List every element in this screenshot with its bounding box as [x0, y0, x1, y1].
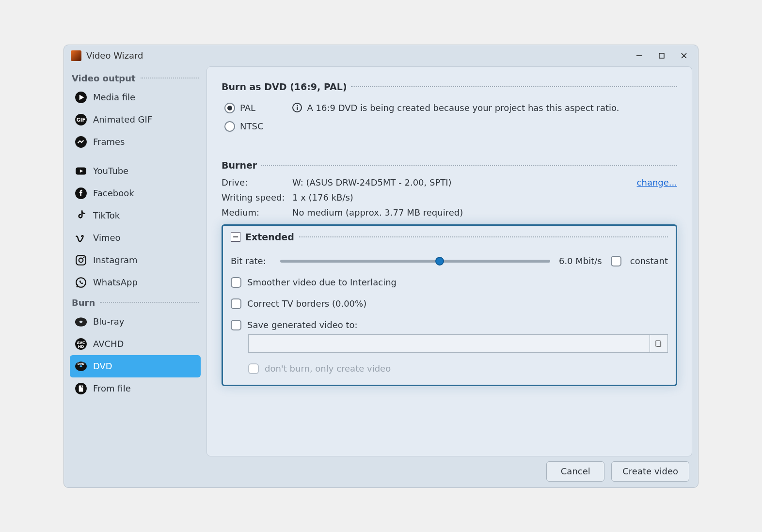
youtube-icon: [75, 165, 87, 177]
save-to-option[interactable]: Save generated video to:: [231, 320, 668, 330]
svg-rect-0: [659, 53, 664, 58]
sidebar-item-avchd[interactable]: AVCHD AVCHD: [70, 333, 201, 355]
bitrate-slider[interactable]: [280, 260, 550, 263]
drive-value: W: (ASUS DRW-24D5MT - 2.00, SPTI): [292, 177, 634, 188]
extended-panel: − Extended Bit rate: 6.0 Mbit/s constant…: [222, 224, 677, 386]
from-file-icon: [75, 382, 87, 395]
tv-borders-option[interactable]: Correct TV borders (0.00%): [231, 298, 668, 309]
sidebar-item-label: Instagram: [93, 255, 138, 265]
section-burn-as: Burn as DVD (16:9, PAL): [222, 81, 677, 92]
facebook-icon: [75, 187, 87, 200]
bitrate-value: 6.0 Mbit/s: [559, 256, 602, 266]
close-button[interactable]: [673, 48, 695, 63]
sidebar-item-vimeo[interactable]: Vimeo: [70, 227, 201, 249]
sidebar-group-output: Video output: [70, 69, 201, 86]
sidebar-item-label: Blu-ray: [93, 316, 124, 327]
sidebar-item-youtube[interactable]: YouTube: [70, 160, 201, 182]
sidebar-group-burn: Burn: [70, 294, 201, 311]
no-burn-option: don't burn, only create video: [248, 363, 668, 374]
sidebar-item-tiktok[interactable]: TikTok: [70, 204, 201, 227]
frames-icon: [75, 136, 87, 148]
sidebar-item-instagram[interactable]: Instagram: [70, 249, 201, 271]
checkbox-icon: [231, 320, 241, 330]
constant-label: constant: [630, 256, 668, 266]
folder-icon: [654, 339, 663, 348]
bluray-icon: [75, 315, 87, 328]
interlacing-option[interactable]: Smoother video due to Interlacing: [231, 277, 668, 288]
svg-text:HD: HD: [78, 344, 84, 348]
collapse-icon[interactable]: −: [231, 232, 240, 242]
cancel-button[interactable]: Cancel: [546, 461, 604, 482]
checkbox-icon: [231, 277, 241, 288]
svg-point-10: [79, 258, 83, 262]
avchd-icon: AVCHD: [75, 338, 87, 350]
drive-label: Drive:: [222, 177, 289, 188]
info-icon: i: [292, 103, 302, 112]
speed-value: 1 x (176 kB/s): [292, 192, 634, 203]
create-video-button[interactable]: Create video: [611, 461, 689, 482]
sidebar-item-animated-gif[interactable]: GIF Animated GIF: [70, 109, 201, 131]
sidebar-item-label: YouTube: [93, 166, 128, 176]
tiktok-icon: [75, 209, 87, 222]
change-drive-link[interactable]: change...: [637, 177, 677, 188]
save-path-input[interactable]: [248, 334, 650, 353]
instagram-icon: [75, 254, 87, 266]
constant-checkbox[interactable]: [611, 256, 621, 266]
checkbox-icon: [248, 363, 259, 374]
medium-label: Medium:: [222, 207, 289, 218]
radio-pal[interactable]: PAL: [224, 103, 263, 113]
svg-point-20: [79, 365, 82, 367]
main-panel: Burn as DVD (16:9, PAL) PAL NTSC i A 16:…: [206, 66, 692, 456]
sidebar-item-label: WhatsApp: [93, 277, 138, 287]
slider-thumb-icon[interactable]: [435, 257, 444, 266]
app-icon: [71, 50, 81, 61]
section-burner: Burner: [222, 160, 677, 171]
play-icon: [75, 91, 87, 104]
sidebar-item-whatsapp[interactable]: WhatsApp: [70, 271, 201, 294]
whatsapp-icon: [75, 276, 87, 289]
sidebar-item-media-file[interactable]: Media file: [70, 86, 201, 109]
sidebar-item-facebook[interactable]: Facebook: [70, 182, 201, 204]
svg-text:GIF: GIF: [77, 117, 85, 123]
svg-rect-24: [656, 341, 660, 346]
window-title: Video Wizard: [86, 50, 143, 61]
footer: Cancel Create video: [206, 456, 692, 482]
sidebar-item-frames[interactable]: Frames: [70, 131, 201, 153]
sidebar-item-label: From file: [93, 383, 131, 393]
sidebar-item-label: TikTok: [93, 210, 120, 220]
svg-point-11: [83, 256, 85, 258]
sidebar: Video output Media file GIF Animated GIF…: [70, 66, 201, 482]
window: Video Wizard Video output Media file GIF…: [64, 45, 698, 488]
vimeo-icon: [75, 232, 87, 244]
radio-icon: [224, 121, 235, 132]
sidebar-item-label: AVCHD: [93, 339, 124, 349]
sidebar-item-label: Frames: [93, 137, 125, 147]
browse-button[interactable]: [650, 334, 668, 353]
minimize-button[interactable]: [628, 48, 651, 63]
extended-heading: Extended: [245, 232, 294, 242]
svg-text:DVD: DVD: [78, 361, 85, 365]
sidebar-item-label: Facebook: [93, 188, 134, 198]
sidebar-item-label: DVD: [93, 361, 112, 371]
sidebar-item-dvd[interactable]: DVD DVD: [70, 355, 201, 377]
radio-ntsc[interactable]: NTSC: [224, 121, 263, 132]
speed-label: Writing speed:: [222, 192, 289, 203]
radio-icon: [224, 103, 235, 113]
maximize-button[interactable]: [651, 48, 673, 63]
sidebar-item-label: Media file: [93, 92, 135, 102]
medium-value: No medium (approx. 3.77 MB required): [292, 207, 634, 218]
titlebar: Video Wizard: [64, 45, 698, 66]
dvd-icon: DVD: [75, 360, 87, 373]
sidebar-item-bluray[interactable]: Blu-ray: [70, 311, 201, 333]
sidebar-item-label: Animated GIF: [93, 114, 152, 125]
aspect-info: i A 16:9 DVD is being created because yo…: [292, 103, 619, 113]
sidebar-item-from-file[interactable]: From file: [70, 377, 201, 400]
bitrate-label: Bit rate:: [231, 256, 271, 266]
checkbox-icon: [231, 298, 241, 309]
sidebar-item-label: Vimeo: [93, 233, 121, 243]
svg-point-15: [79, 320, 83, 322]
gif-icon: GIF: [75, 113, 87, 126]
svg-rect-23: [79, 385, 83, 391]
